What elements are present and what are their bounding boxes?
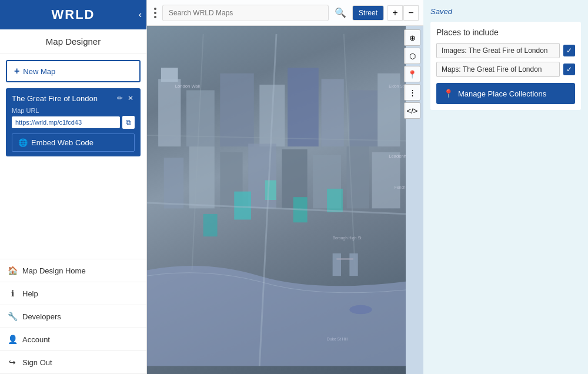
map-url-row: ⧉ [12, 116, 135, 129]
checkbox-check-icon2: ✓ [566, 65, 572, 74]
svg-rect-6 [322, 79, 344, 146]
map-card-actions: ✏ ✕ [116, 93, 135, 103]
svg-rect-7 [349, 90, 377, 146]
map-svg: London Wall Eldon St Bishopsgate Leadenh… [147, 26, 406, 374]
plus-icon: + [14, 66, 19, 76]
embed-label: Embed Web Code [31, 138, 93, 147]
nav-account[interactable]: 👤 Account [0, 328, 146, 351]
place-item-maps: ✓ [436, 62, 575, 77]
svg-rect-1 [161, 68, 178, 82]
close-map-button[interactable]: ✕ [126, 93, 135, 103]
svg-rect-28 [349, 253, 358, 276]
new-map-button[interactable]: + New Map [6, 60, 141, 82]
places-title: Places to include [436, 28, 575, 37]
svg-rect-27 [333, 253, 341, 276]
nav-map-design-label: Map Design Home [22, 266, 86, 275]
vertical-tools: ⊕ ⬡ 📍 ⋮ </> [404, 29, 420, 119]
collapse-button[interactable]: ‹ [139, 9, 142, 20]
embed-web-code-button[interactable]: 🌐 Embed Web Code [12, 133, 135, 152]
zoom-in-button[interactable]: + [387, 5, 403, 21]
logo-text: WRLD [52, 7, 95, 22]
nav-account-label: Account [22, 335, 50, 344]
map-area[interactable]: 🔍 Street + − [147, 0, 423, 374]
search-button[interactable]: 🔍 [332, 5, 349, 21]
manage-btn-label: Manage Place Collections [458, 89, 546, 98]
saved-label: Saved [430, 7, 581, 16]
help-icon: ℹ [7, 288, 18, 299]
svg-point-37 [349, 305, 372, 314]
zoom-out-button[interactable]: − [403, 5, 419, 21]
zoom-controls: + − [387, 5, 419, 21]
svg-rect-9 [164, 158, 183, 208]
nav-map-design-home[interactable]: 🏠 Map Design Home [0, 259, 146, 282]
map-canvas[interactable]: London Wall Eldon St Bishopsgate Leadenh… [147, 26, 406, 374]
gps-tool-button[interactable]: ⊕ [404, 29, 420, 46]
embed-tool-button[interactable]: </> [404, 102, 420, 119]
checkbox-check-icon: ✓ [566, 46, 572, 55]
copy-url-button[interactable]: ⧉ [122, 116, 135, 129]
nav-developers[interactable]: 🔧 Developers [0, 305, 146, 328]
map-card-header: The Great Fire of London ✏ ✕ [12, 93, 135, 103]
svg-rect-16 [372, 152, 400, 209]
nav-sign-out-label: Sign Out [22, 358, 52, 367]
place-images-input[interactable] [436, 43, 560, 58]
sidebar-title: Map Designer [0, 29, 146, 54]
new-map-label: New Map [23, 67, 55, 76]
layers-tool-button[interactable]: ⬡ [404, 48, 420, 64]
embed-icon: 🌐 [18, 138, 28, 147]
sidebar-nav: 🏠 Map Design Home ℹ Help 🔧 Developers 👤 … [0, 259, 146, 374]
svg-text:Leadenhall St: Leadenhall St [389, 153, 406, 159]
svg-text:Eldon St: Eldon St [389, 84, 403, 88]
menu-dots-button[interactable] [152, 5, 159, 21]
svg-rect-19 [265, 181, 276, 200]
account-icon: 👤 [7, 334, 18, 345]
place-maps-input[interactable] [436, 62, 560, 77]
nav-help-label: Help [22, 289, 38, 298]
svg-text:Duke St Hill: Duke St Hill [327, 337, 348, 341]
svg-rect-5 [288, 68, 319, 146]
street-view-button[interactable]: Street [353, 6, 383, 20]
search-input[interactable] [162, 5, 329, 21]
map-url-label: Map URL [12, 107, 135, 114]
svg-rect-17 [234, 192, 251, 220]
svg-text:Fenchurch St: Fenchurch St [395, 185, 406, 189]
svg-text:Borough High St: Borough High St [333, 236, 362, 241]
nav-developers-label: Developers [22, 312, 61, 321]
logo-bar: WRLD ‹ [0, 0, 146, 29]
map-card: The Great Fire of London ✏ ✕ Map URL ⧉ 🌐… [6, 88, 141, 156]
nav-sign-out[interactable]: ↪ Sign Out [0, 351, 146, 374]
place-images-checkbox[interactable]: ✓ [563, 45, 575, 56]
view-toggle: Street [352, 5, 384, 21]
more-tool-button[interactable]: ⋮ [404, 84, 420, 101]
sidebar-content: + New Map The Great Fire of London ✏ ✕ M… [0, 54, 146, 259]
map-pin-icon: 📍 [443, 89, 453, 98]
map-card-title: The Great Fire of London [12, 94, 116, 103]
svg-rect-10 [189, 146, 215, 208]
svg-rect-21 [327, 189, 343, 212]
sign-out-icon: ↪ [7, 357, 18, 368]
edit-map-button[interactable]: ✏ [116, 93, 124, 103]
manage-place-collections-button[interactable]: 📍 Manage Place Collections [436, 83, 575, 104]
place-item-images: ✓ [436, 43, 575, 58]
nav-help[interactable]: ℹ Help [0, 282, 146, 305]
map-toolbar: 🔍 Street + − [147, 0, 423, 26]
pin-tool-button[interactable]: 📍 [404, 66, 420, 82]
developers-icon: 🔧 [7, 311, 18, 322]
place-maps-checkbox[interactable]: ✓ [563, 64, 575, 75]
places-section: Places to include ✓ ✓ 📍 Manage Place Col… [430, 22, 581, 110]
svg-text:London Wall: London Wall [175, 84, 200, 89]
home-icon: 🏠 [7, 265, 18, 276]
left-sidebar: WRLD ‹ Map Designer + New Map The Great … [0, 0, 147, 374]
svg-rect-3 [220, 74, 253, 146]
svg-rect-18 [203, 214, 218, 236]
right-sidebar: Saved Places to include ✓ ✓ 📍 Manage Pla… [423, 0, 588, 374]
map-url-input[interactable] [12, 116, 120, 128]
